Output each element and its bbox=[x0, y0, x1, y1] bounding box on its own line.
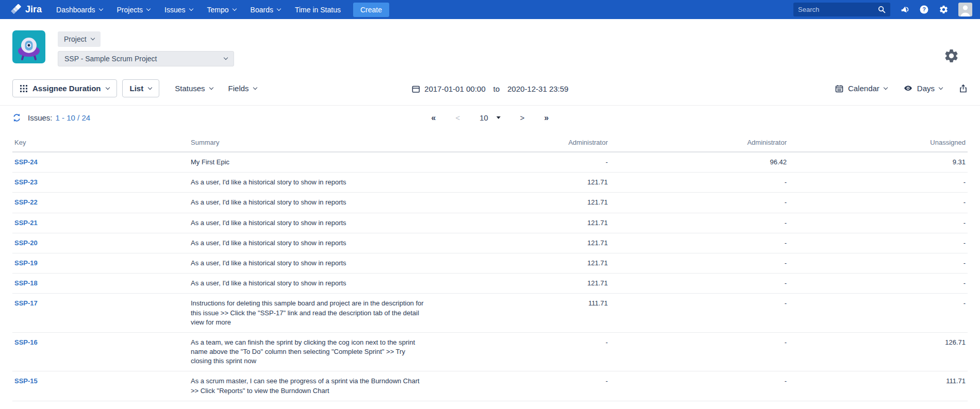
table-row: SSP-23 As a user, I'd like a historical … bbox=[12, 173, 968, 193]
duration-administrator-1: 121.71 bbox=[431, 274, 610, 294]
issue-summary: As a user, I'd like a historical story t… bbox=[189, 193, 431, 213]
project-avatar bbox=[12, 30, 45, 63]
fields-dropdown[interactable]: Fields bbox=[228, 84, 257, 93]
unit-dropdown[interactable]: Days bbox=[904, 84, 942, 93]
group-by-button[interactable]: Assignee Duration bbox=[12, 79, 117, 97]
search-input[interactable] bbox=[798, 6, 870, 13]
table-row: SSP-24 My First Epic - 96.42 9.31 bbox=[12, 152, 968, 173]
search-box[interactable] bbox=[793, 3, 890, 16]
date-range-picker[interactable]: 2017-01-01 00:00 to 2020-12-31 23:59 bbox=[411, 84, 568, 93]
navbar-right: ? bbox=[793, 3, 972, 16]
duration-unassigned: - bbox=[789, 274, 968, 294]
duration-unassigned: - bbox=[789, 233, 968, 253]
table-header-row: Key Summary Administrator Administrator … bbox=[12, 133, 968, 152]
pagination-first-button[interactable]: « bbox=[431, 113, 436, 123]
nav-item-boards[interactable]: Boards bbox=[243, 0, 288, 19]
nav-item-issues[interactable]: Issues bbox=[157, 0, 200, 19]
pagination-prev-button[interactable]: < bbox=[455, 113, 460, 122]
date-from: 2017-01-01 00:00 bbox=[424, 84, 485, 93]
duration-administrator-1: 111.71 bbox=[431, 294, 610, 333]
duration-unassigned: - bbox=[789, 173, 968, 193]
duration-unassigned: - bbox=[789, 253, 968, 273]
statuses-dropdown[interactable]: Statuses bbox=[175, 84, 212, 93]
issue-key-link[interactable]: SSP-20 bbox=[14, 239, 38, 247]
issue-summary: As a user, I'd like a historical story t… bbox=[189, 173, 431, 193]
fields-label: Fields bbox=[228, 84, 249, 93]
issue-key-link[interactable]: SSP-15 bbox=[14, 377, 38, 385]
pagination-next-button[interactable]: > bbox=[520, 113, 525, 122]
project-type-button[interactable]: Project bbox=[58, 31, 101, 47]
issue-key-link[interactable]: SSP-23 bbox=[14, 178, 38, 186]
issue-key-link[interactable]: SSP-17 bbox=[14, 299, 38, 307]
column-header-summary[interactable]: Summary bbox=[189, 133, 431, 152]
unit-label: Days bbox=[917, 84, 935, 93]
issue-key-link[interactable]: SSP-24 bbox=[14, 158, 38, 166]
create-button[interactable]: Create bbox=[353, 3, 389, 17]
duration-unassigned: 111.71 bbox=[789, 371, 968, 401]
report-toolbar: Assignee Duration List Statuses Fields 2… bbox=[0, 66, 980, 106]
issue-key-link[interactable]: SSP-22 bbox=[14, 198, 38, 206]
issues-count-range: 1 - 10 / 24 bbox=[56, 113, 91, 122]
duration-unassigned: - bbox=[789, 193, 968, 213]
main-menu: DashboardsProjectsIssuesTempoBoardsTime … bbox=[49, 0, 348, 19]
toolbar-right: Calendar Days bbox=[835, 84, 968, 93]
issue-summary: As a team, we can finish the sprint by c… bbox=[189, 332, 431, 371]
grid-icon bbox=[20, 85, 27, 92]
project-type-label: Project bbox=[64, 35, 87, 43]
view-button[interactable]: List bbox=[122, 79, 160, 97]
export-button[interactable] bbox=[959, 84, 968, 93]
user-avatar[interactable] bbox=[958, 3, 972, 16]
column-header-unassigned[interactable]: Unassigned bbox=[789, 133, 968, 152]
issues-table: Key Summary Administrator Administrator … bbox=[12, 133, 968, 401]
settings-gear-icon[interactable] bbox=[943, 48, 959, 66]
duration-administrator-2: - bbox=[610, 213, 789, 233]
refresh-icon[interactable] bbox=[12, 113, 21, 122]
chevron-down-icon bbox=[98, 6, 103, 10]
table-row: SSP-18 As a user, I'd like a historical … bbox=[12, 274, 968, 294]
table-row: SSP-17 Instructions for deleting this sa… bbox=[12, 294, 968, 333]
calendar-dropdown[interactable]: Calendar bbox=[835, 84, 887, 93]
date-to: 2020-12-31 23:59 bbox=[507, 84, 568, 93]
duration-administrator-1: - bbox=[431, 332, 610, 371]
view-label: List bbox=[130, 84, 144, 93]
chevron-down-icon bbox=[277, 6, 281, 10]
column-header-key[interactable]: Key bbox=[12, 133, 189, 152]
column-header-administrator-1[interactable]: Administrator bbox=[431, 133, 610, 152]
project-select-value: SSP - Sample Scrum Project bbox=[64, 55, 157, 63]
duration-administrator-2: - bbox=[610, 173, 789, 193]
nav-item-tempo[interactable]: Tempo bbox=[200, 0, 243, 19]
issue-key-link[interactable]: SSP-19 bbox=[14, 259, 38, 267]
duration-unassigned: 126.71 bbox=[789, 332, 968, 371]
duration-administrator-1: - bbox=[431, 152, 610, 173]
issue-summary: As a user, I'd like a historical story t… bbox=[189, 274, 431, 294]
issues-table-body: SSP-24 My First Epic - 96.42 9.31 SSP-23… bbox=[12, 152, 968, 401]
nav-item-time-in-status[interactable]: Time in Status bbox=[288, 0, 348, 19]
duration-administrator-2: - bbox=[610, 371, 789, 401]
pagination-page-size-select[interactable]: 10 bbox=[479, 113, 501, 122]
megaphone-icon[interactable] bbox=[900, 5, 909, 14]
duration-administrator-2: 96.42 bbox=[610, 152, 789, 173]
help-icon[interactable]: ? bbox=[919, 5, 929, 14]
gear-icon[interactable] bbox=[939, 5, 949, 14]
table-row: SSP-21 As a user, I'd like a historical … bbox=[12, 213, 968, 233]
chevron-down-icon bbox=[90, 36, 94, 40]
project-select[interactable]: SSP - Sample Scrum Project bbox=[58, 51, 234, 66]
column-header-administrator-2[interactable]: Administrator bbox=[610, 133, 789, 152]
table-row: SSP-19 As a user, I'd like a historical … bbox=[12, 253, 968, 273]
issue-summary: As a user, I'd like a historical story t… bbox=[189, 253, 431, 273]
search-icon bbox=[878, 6, 886, 13]
jira-logo[interactable]: Jira bbox=[11, 4, 42, 15]
issue-key-link[interactable]: SSP-21 bbox=[14, 219, 38, 227]
chevron-down-icon bbox=[884, 85, 888, 89]
calendar-icon bbox=[835, 84, 843, 93]
issue-key-link[interactable]: SSP-16 bbox=[14, 338, 38, 346]
issues-table-wrap: Key Summary Administrator Administrator … bbox=[0, 128, 980, 401]
table-row: SSP-16 As a team, we can finish the spri… bbox=[12, 332, 968, 371]
project-header: Project SSP - Sample Scrum Project bbox=[0, 19, 980, 66]
nav-item-projects[interactable]: Projects bbox=[110, 0, 158, 19]
table-row: SSP-20 As a user, I'd like a historical … bbox=[12, 233, 968, 253]
issue-key-link[interactable]: SSP-18 bbox=[14, 279, 38, 287]
project-selectors: Project SSP - Sample Scrum Project bbox=[58, 30, 234, 66]
pagination-last-button[interactable]: » bbox=[544, 113, 549, 123]
nav-item-dashboards[interactable]: Dashboards bbox=[49, 0, 110, 19]
